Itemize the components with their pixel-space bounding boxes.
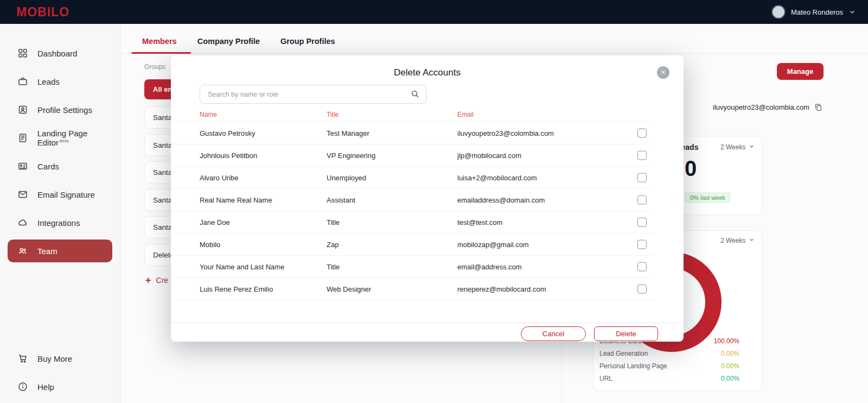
plus-icon: +	[145, 276, 151, 284]
chevron-down-icon	[749, 237, 755, 244]
legend-label: Lead Generation	[599, 350, 648, 357]
user-menu[interactable]: Mateo Ronderos	[771, 5, 856, 19]
chevron-down-icon	[749, 143, 755, 151]
card-icon	[17, 161, 28, 171]
sidebar-item-profile-settings[interactable]: Profile Settings	[0, 96, 120, 124]
tab-members[interactable]: Members	[142, 37, 177, 46]
sidebar-footer: Buy More Help	[0, 349, 120, 396]
user-name: Mateo Ronderos	[791, 8, 843, 16]
sidebar-item-landing-page-editor[interactable]: Landing Page EditorBeta	[0, 124, 120, 152]
delete-button[interactable]: Delete	[594, 326, 658, 341]
cell-name: Johnlouis Petitbon	[200, 152, 257, 160]
sidebar-item-label: Leads	[37, 77, 60, 86]
modal-footer-divider	[171, 323, 684, 323]
legend-item: Personal Landing Page 0.00%	[599, 362, 739, 370]
team-icon	[17, 246, 28, 256]
cell-name: Luis Rene Perez Emilio	[200, 285, 273, 293]
cell-title: Zap	[327, 241, 339, 249]
close-icon[interactable]: ✕	[657, 66, 669, 79]
sidebar-item-email-signature[interactable]: Email Signature	[0, 180, 120, 209]
column-header-email: Email	[457, 111, 474, 118]
cart-icon	[17, 354, 28, 363]
sidebar-item-leads[interactable]: Leads	[0, 67, 120, 96]
legend-label: Personal Landing Page	[599, 362, 667, 370]
envelope-icon	[17, 190, 28, 199]
sidebar-item-label: Buy More	[37, 354, 72, 363]
sidebar-item-integrations[interactable]: Integrations	[0, 209, 120, 237]
cell-title: Web Designer	[327, 285, 371, 293]
create-group-link[interactable]: + Cre	[145, 276, 168, 285]
sidebar-item-cards[interactable]: Cards	[0, 152, 120, 180]
sidebar-item-label: Landing Page EditorBeta	[37, 129, 120, 147]
cell-name: Jane Doe	[200, 218, 230, 226]
create-group-label: Cre	[156, 276, 169, 285]
column-header-name: Name	[200, 111, 217, 118]
cell-title: Unemployed	[327, 174, 366, 182]
row-checkbox[interactable]	[637, 218, 647, 227]
cloud-icon	[17, 218, 28, 228]
groups-heading: Groups	[144, 63, 165, 71]
row-checkbox[interactable]	[637, 151, 647, 160]
search-input[interactable]	[200, 85, 426, 104]
cell-email: email@address.com	[457, 263, 522, 271]
delete-accounts-modal: Delete Accounts ✕ Name Title Email Gusta…	[171, 55, 684, 342]
legend-value: 100.00%	[714, 337, 739, 345]
sidebar-item-buy-more[interactable]: Buy More	[0, 349, 120, 368]
profile-badge-icon	[17, 105, 28, 115]
manage-button[interactable]: Manage	[777, 63, 824, 80]
sidebar: Dashboard Leads Profile Settings Landing…	[0, 24, 120, 403]
search-icon[interactable]	[411, 90, 419, 100]
sidebar-item-help[interactable]: Help	[0, 377, 120, 396]
row-checkbox[interactable]	[637, 129, 647, 138]
table-row: Your Name and Last Name Title email@addr…	[171, 256, 654, 278]
row-checkbox[interactable]	[637, 240, 647, 249]
legend-label: URL	[599, 375, 612, 382]
row-checkbox[interactable]	[637, 262, 647, 272]
sidebar-item-dashboard[interactable]: Dashboard	[0, 39, 120, 67]
sidebar-item-label: Dashboard	[37, 49, 77, 58]
cell-email: reneperez@mobilocard.com	[457, 285, 546, 293]
cell-email: test@test.com	[457, 218, 502, 226]
cancel-button[interactable]: Cancel	[521, 326, 586, 341]
chevron-down-icon	[848, 8, 856, 16]
table-row: Luis Rene Perez Emilio Web Designer rene…	[171, 278, 654, 300]
legend-value: 0.00%	[721, 362, 739, 370]
app-window: MOBILO Mateo Ronderos Dashboard Leads	[0, 0, 868, 403]
copy-icon[interactable]	[814, 103, 822, 111]
tab-company-profile[interactable]: Company Profile	[197, 37, 260, 46]
tab-bar: Members Company Profile Group Profiles	[142, 37, 335, 46]
table-row: Alvaro Uribe Unemployed luisa+2@mobiloca…	[171, 167, 654, 189]
brand-logo: MOBILO	[16, 5, 69, 20]
sources-period-select[interactable]: 2 Weeks	[720, 237, 755, 244]
cell-name: Gustavo Petrosky	[200, 129, 256, 137]
row-checkbox[interactable]	[637, 173, 647, 182]
sidebar-item-label: Cards	[37, 162, 59, 171]
tab-divider	[120, 53, 868, 54]
table-row: Real Name Real Name Assistant emailaddre…	[171, 189, 654, 211]
table-header: Name Title Email	[171, 111, 654, 122]
sidebar-item-label: Email Signature	[37, 190, 95, 199]
tab-group-profiles[interactable]: Group Profiles	[280, 37, 335, 46]
leads-period-value: 2 Weeks	[720, 143, 745, 151]
leads-delta-badge: 0% last week	[685, 192, 731, 203]
briefcase-icon	[17, 77, 28, 86]
sidebar-item-team[interactable]: Team	[8, 240, 112, 262]
table-row: Johnlouis Petitbon VP Engineering jlp@mo…	[171, 144, 654, 167]
accounts-table: Gustavo Petrosky Test Manager iluvyoupet…	[171, 122, 654, 300]
cell-email: iluvyoupetro23@colombia.com	[457, 129, 554, 137]
legend-item: Lead Generation 0.00%	[599, 350, 739, 358]
cell-title: Title	[327, 218, 340, 226]
cell-email: jlp@mobilocard.com	[457, 152, 521, 160]
row-checkbox[interactable]	[637, 196, 647, 205]
sidebar-item-label: Integrations	[37, 218, 80, 228]
sidebar-item-label: Help	[37, 382, 54, 392]
sources-period-value: 2 Weeks	[720, 237, 745, 244]
row-checkbox[interactable]	[637, 285, 647, 294]
sidebar-item-label: Team	[37, 247, 58, 256]
cell-email: mobilozap@gmail.com	[457, 241, 529, 249]
active-tab-underline	[131, 52, 191, 54]
cell-title: Assistant	[327, 196, 355, 204]
leads-period-select[interactable]: 2 Weeks	[720, 143, 755, 151]
account-email-row: iluvyoupetro23@colombia.com	[713, 103, 822, 111]
cell-title: Test Manager	[327, 129, 369, 137]
